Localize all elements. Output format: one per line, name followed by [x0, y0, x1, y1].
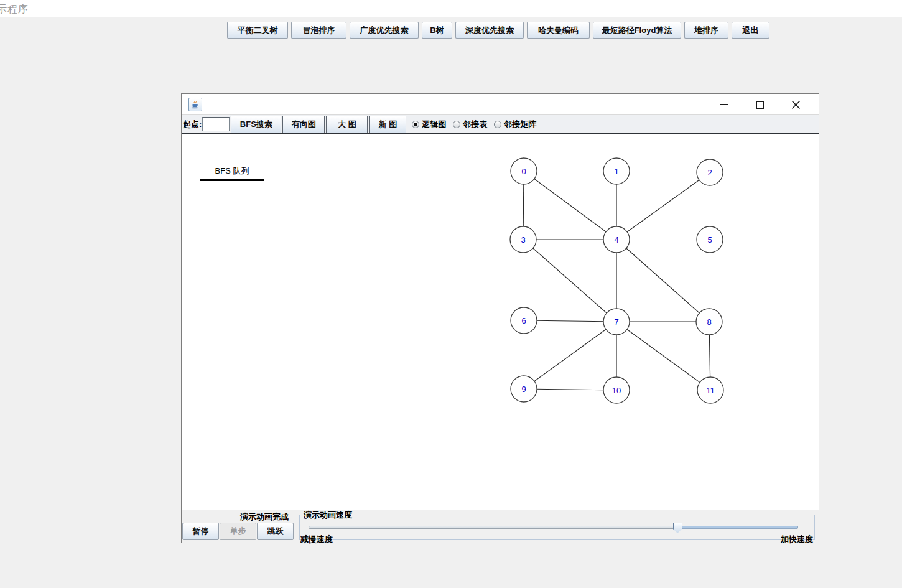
graph-edge	[524, 389, 616, 390]
fast-speed-label: 加快速度	[781, 534, 813, 545]
new-graph-button[interactable]: 新 图	[369, 116, 406, 133]
graph-node-label: 1	[614, 167, 618, 176]
close-button[interactable]	[781, 94, 810, 115]
graph-node-label: 3	[521, 235, 525, 245]
window-titlebar[interactable]	[182, 94, 819, 115]
graph-node-label: 5	[707, 235, 712, 245]
radio-icon	[494, 121, 501, 128]
main-toolbar: 平衡二叉树 冒泡排序 广度优先搜索 B树 深度优先搜索 哈夫曼编码 最短路径Fl…	[227, 22, 769, 39]
close-icon	[791, 100, 801, 110]
bfs-search-button[interactable]: BFS搜索	[231, 116, 281, 133]
graph-edge	[524, 171, 616, 240]
big-graph-button[interactable]: 大 图	[326, 116, 368, 133]
avl-tree-button[interactable]: 平衡二叉树	[227, 22, 288, 39]
graph-canvas: BFS 队列 01234567891011	[182, 134, 819, 510]
slider-thumb[interactable]	[673, 523, 682, 533]
speed-labels: 减慢速度 加快速度	[300, 534, 813, 545]
graph-node-label: 9	[521, 385, 526, 394]
radio-label: 逻辑图	[422, 119, 446, 130]
radio-label: 邻接矩阵	[504, 119, 536, 130]
status-text: 演示动画完成	[182, 511, 299, 523]
graph-node-label: 0	[521, 167, 526, 176]
maximize-icon	[756, 101, 764, 109]
radio-adjacency-list[interactable]: 邻接表	[453, 119, 487, 130]
step-button[interactable]: 单步	[220, 523, 256, 540]
maximize-button[interactable]	[745, 94, 774, 115]
speed-group: 演示动画速度 减慢速度 加快速度	[299, 515, 815, 540]
graph-toolbar: 起点: BFS搜索 有向图 大 图 新 图 逻辑图 邻接表 邻接矩阵	[182, 115, 819, 134]
radio-icon	[453, 121, 460, 128]
graph-node-label: 10	[612, 386, 621, 395]
animation-footer: 演示动画完成 暂停 单步 跳跃 演示动画速度 减慢速度 加快速度	[182, 510, 819, 543]
bfs-button[interactable]: 广度优先搜索	[350, 22, 419, 39]
speed-group-title: 演示动画速度	[302, 510, 354, 521]
heap-sort-button[interactable]: 堆排序	[684, 22, 728, 39]
playback-panel: 演示动画完成 暂停 单步 跳跃	[182, 510, 299, 543]
minimize-icon	[720, 104, 728, 105]
playback-buttons: 暂停 单步 跳跃	[182, 523, 299, 540]
radio-label: 邻接表	[463, 119, 487, 130]
graph-node-label: 7	[614, 317, 618, 327]
graph-edge	[523, 240, 616, 322]
bubble-sort-button[interactable]: 冒泡排序	[291, 22, 346, 39]
graph-edge	[616, 240, 709, 322]
start-node-label: 起点:	[183, 119, 202, 130]
start-node-input[interactable]	[202, 117, 230, 131]
pause-button[interactable]: 暂停	[182, 523, 219, 540]
view-mode-radios: 逻辑图 邻接表 邻接矩阵	[412, 119, 536, 130]
huffman-button[interactable]: 哈夫曼编码	[527, 22, 590, 39]
graph-edge	[616, 322, 710, 390]
radio-icon	[412, 121, 419, 128]
minimize-button[interactable]	[709, 94, 738, 115]
graph-edge	[524, 320, 616, 322]
graph-node-label: 6	[521, 316, 526, 325]
graph-edge	[616, 172, 710, 240]
jump-button[interactable]: 跳跃	[257, 523, 294, 540]
window-controls	[709, 94, 810, 115]
java-coffee-icon	[188, 98, 202, 111]
floyd-button[interactable]: 最短路径Floyd算法	[593, 22, 681, 39]
directed-graph-button[interactable]: 有向图	[282, 116, 325, 133]
dfs-button[interactable]: 深度优先搜索	[455, 22, 524, 39]
speed-slider[interactable]	[309, 523, 798, 533]
page-title: 示程序	[0, 3, 29, 16]
graph-node-label: 4	[614, 235, 618, 245]
graph-edge	[524, 322, 616, 389]
graph-svg: 01234567891011	[182, 134, 819, 510]
radio-logic-graph[interactable]: 逻辑图	[412, 119, 446, 130]
graph-node-label: 2	[707, 168, 712, 177]
slow-speed-label: 减慢速度	[300, 534, 333, 545]
slider-fill	[680, 526, 798, 529]
graph-node-label: 8	[707, 317, 711, 327]
btree-button[interactable]: B树	[422, 22, 452, 39]
browser-top-strip: 示程序	[0, 0, 902, 17]
exit-button[interactable]: 退出	[732, 22, 769, 39]
bfs-demo-window: 起点: BFS搜索 有向图 大 图 新 图 逻辑图 邻接表 邻接矩阵 BFS 队…	[181, 93, 819, 543]
radio-adjacency-matrix[interactable]: 邻接矩阵	[494, 119, 536, 130]
graph-node-label: 11	[706, 386, 715, 395]
